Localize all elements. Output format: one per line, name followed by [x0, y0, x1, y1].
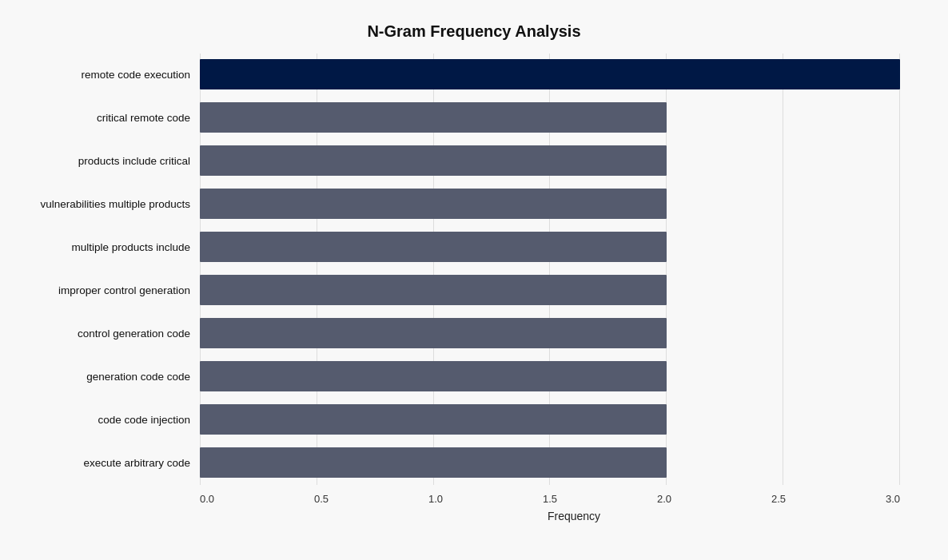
bar-label: improper control generation — [0, 284, 200, 296]
bar-area — [200, 189, 900, 219]
bars-wrapper: remote code executioncritical remote cod… — [0, 54, 948, 485]
bar-area — [200, 275, 900, 305]
bar-area — [200, 404, 900, 435]
x-axis-title: Frequency — [0, 510, 948, 522]
bar-label: remote code execution — [0, 69, 200, 81]
bar-label: multiple products include — [0, 241, 200, 253]
bar — [200, 404, 667, 435]
x-tick-label: 2.5 — [771, 493, 786, 505]
bar-row: improper control generation — [0, 269, 900, 311]
x-tick-label: 1.5 — [543, 493, 557, 505]
bar — [200, 361, 667, 391]
bar-row: generation code code — [0, 355, 900, 397]
bar — [200, 189, 667, 219]
x-tick-label: 3.0 — [886, 493, 900, 505]
chart-title: N-Gram Frequency Analysis — [0, 16, 948, 41]
x-tick-label: 0.0 — [200, 493, 214, 505]
bar-label: products include critical — [0, 155, 200, 167]
bar-row: remote code execution — [0, 54, 900, 95]
bar-label: vulnerabilities multiple products — [0, 198, 200, 210]
bar-area — [200, 102, 900, 133]
bar-label: control generation code — [0, 328, 200, 340]
bar — [200, 232, 667, 262]
bar-label: code code injection — [0, 414, 200, 426]
bar-label: execute arbitrary code — [0, 457, 200, 469]
bar-row: control generation code — [0, 312, 900, 354]
bar — [200, 447, 667, 478]
chart-area: remote code executioncritical remote cod… — [0, 54, 948, 485]
bar — [200, 318, 667, 348]
x-tick-label: 0.5 — [314, 493, 329, 505]
x-axis-container: 0.00.51.01.52.02.53.0 — [0, 493, 948, 505]
x-tick-label: 2.0 — [657, 493, 671, 505]
bar-row: code code injection — [0, 399, 900, 440]
bar — [200, 59, 900, 89]
bar-area — [200, 361, 900, 391]
bar-row: multiple products include — [0, 226, 900, 268]
bar-label: critical remote code — [0, 112, 200, 124]
bar — [200, 145, 667, 176]
bar-row: execute arbitrary code — [0, 442, 900, 483]
x-tick-label: 1.0 — [428, 493, 443, 505]
bar-row: vulnerabilities multiple products — [0, 183, 900, 224]
chart-container: N-Gram Frequency Analysis remote code ex… — [0, 0, 948, 560]
bar-area — [200, 318, 900, 348]
bar-label: generation code code — [0, 371, 200, 383]
bar-row: critical remote code — [0, 97, 900, 138]
bar-area — [200, 145, 900, 176]
x-axis-labels: 0.00.51.01.52.02.53.0 — [200, 493, 900, 505]
bar-row: products include critical — [0, 140, 900, 181]
bar — [200, 275, 667, 305]
bar-area — [200, 232, 900, 262]
bar — [200, 102, 667, 133]
bar-area — [200, 447, 900, 478]
bar-area — [200, 59, 900, 89]
